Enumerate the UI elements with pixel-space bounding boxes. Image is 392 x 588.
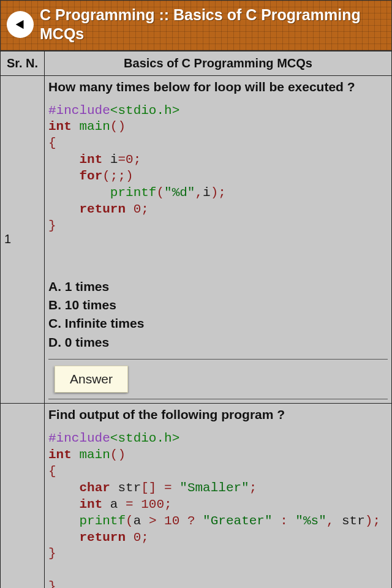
back-button[interactable] xyxy=(7,11,34,38)
app-header: C Programming :: Basics of C Programming… xyxy=(0,0,392,51)
options-list: A. 1 times B. 10 times C. Infinite times… xyxy=(48,277,388,352)
answer-button[interactable]: Answer xyxy=(55,366,128,393)
table-row: 1 How many times below for loop will be … xyxy=(1,75,392,404)
question-text: Find output of the following program ? xyxy=(48,407,388,422)
code-block: #include<stdio.h> int main() { char str[… xyxy=(48,431,388,588)
table-row: Find output of the following program ? #… xyxy=(1,404,392,588)
back-icon xyxy=(13,18,27,31)
code-block: #include<stdio.h> int main() { int i=0; … xyxy=(48,103,388,235)
option-d: D. 0 times xyxy=(48,333,388,352)
option-b: B. 10 times xyxy=(48,296,388,314)
option-c: C. Infinite times xyxy=(48,314,388,333)
row2-srn xyxy=(1,404,45,588)
divider xyxy=(48,399,388,399)
col-question: Basics of C Programming MCQs xyxy=(45,51,392,75)
table-header-row: Sr. N. Basics of C Programming MCQs xyxy=(1,51,392,75)
option-a: A. 1 times xyxy=(48,277,388,296)
mcq-table: Sr. N. Basics of C Programming MCQs 1 Ho… xyxy=(0,51,392,589)
row1-srn: 1 xyxy=(1,75,45,404)
col-srn: Sr. N. xyxy=(1,51,45,75)
row2-content: Find output of the following program ? #… xyxy=(45,404,392,588)
divider xyxy=(48,359,388,360)
page-title: C Programming :: Basics of C Programming… xyxy=(40,6,385,44)
svg-marker-0 xyxy=(16,20,24,29)
question-text: How many times below for loop will be ex… xyxy=(48,80,388,94)
row1-content: How many times below for loop will be ex… xyxy=(45,75,392,404)
